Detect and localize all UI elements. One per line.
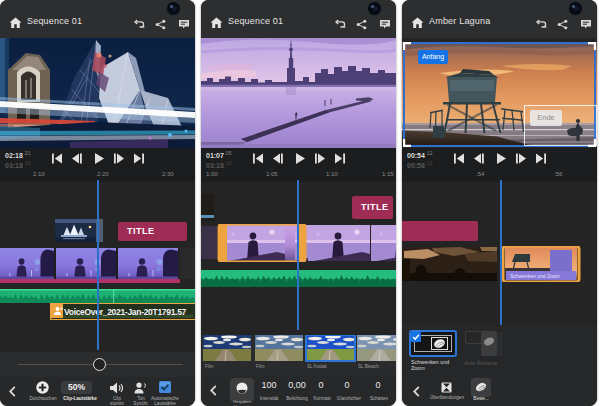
svg-text:Schwenken und Zoom: Schwenken und Zoom [510,273,560,279]
